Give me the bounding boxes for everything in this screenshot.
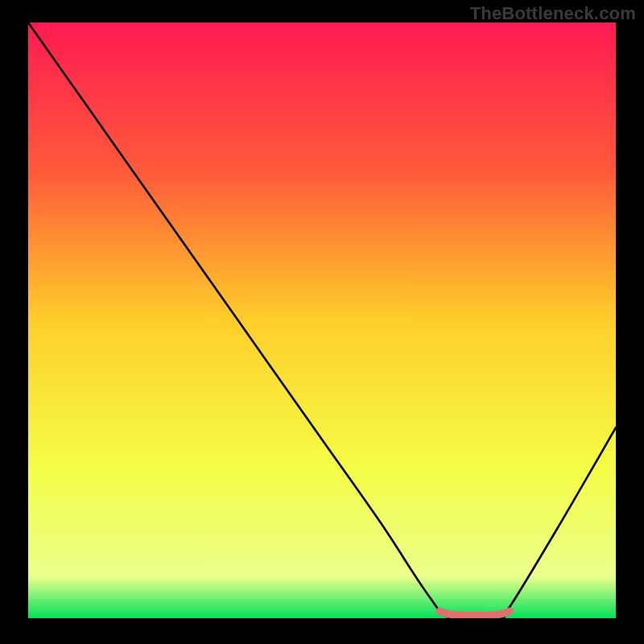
optimal-band-marker xyxy=(440,611,510,615)
watermark-text: TheBottleneck.com xyxy=(470,3,636,24)
gradient-background xyxy=(28,23,616,618)
chart-svg xyxy=(28,23,616,618)
chart-frame: TheBottleneck.com xyxy=(0,0,644,644)
plot-area xyxy=(28,23,616,618)
